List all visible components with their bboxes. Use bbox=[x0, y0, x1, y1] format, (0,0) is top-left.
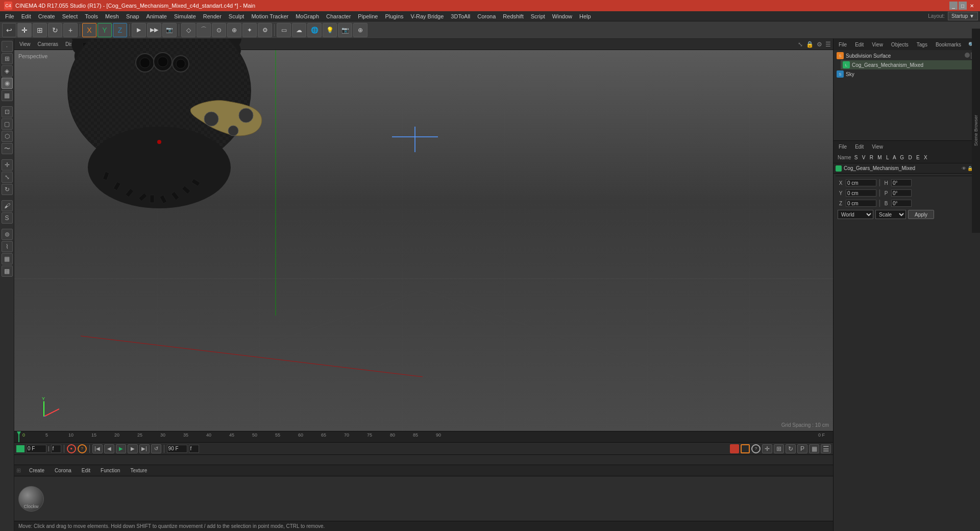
cam-btn[interactable]: 📷 bbox=[338, 23, 352, 37]
record-btn[interactable]: ● bbox=[67, 444, 76, 453]
brush-tool[interactable]: 🖌 bbox=[2, 200, 13, 211]
x-axis-btn[interactable]: X bbox=[82, 23, 96, 37]
pb-extra-4[interactable]: P bbox=[797, 444, 807, 453]
timeline-ruler[interactable]: 0 5 10 15 20 25 30 35 40 45 50 55 60 65 … bbox=[14, 431, 833, 443]
mat-corona-btn[interactable]: Corona bbox=[51, 467, 76, 474]
next-frame-btn[interactable]: ▶ bbox=[128, 444, 138, 453]
menu-mesh[interactable]: Mesh bbox=[102, 12, 122, 20]
undo-button[interactable]: ↩ bbox=[2, 23, 16, 37]
close-button[interactable]: ✕ bbox=[968, 2, 976, 10]
poly-selection[interactable]: ⬡ bbox=[2, 131, 13, 142]
attr-file-tab[interactable]: File bbox=[836, 143, 850, 151]
y-pos-input[interactable] bbox=[846, 189, 876, 197]
viewport-canvas[interactable]: Perspective bbox=[14, 50, 833, 431]
menu-tools[interactable]: Tools bbox=[82, 12, 101, 20]
layout-selector[interactable]: Startup ▼ bbox=[948, 12, 978, 20]
auto-key-btn[interactable]: ? bbox=[78, 444, 87, 453]
menu-plugins[interactable]: Plugins bbox=[382, 12, 406, 20]
current-frame-input[interactable] bbox=[26, 445, 46, 453]
magnet-tool[interactable]: ⊚ bbox=[2, 229, 13, 240]
menu-3dtoall[interactable]: 3DToAll bbox=[448, 12, 473, 20]
menu-redshift[interactable]: Redshift bbox=[500, 12, 526, 20]
move-tool-left[interactable]: ✛ bbox=[2, 159, 13, 171]
nurbs-obj[interactable]: ⊙ bbox=[212, 23, 226, 37]
goto-start-btn[interactable]: |◀ bbox=[92, 444, 103, 453]
obj-row-cog-gears[interactable]: L Cog_Gears_Mechanism_Mixed bbox=[841, 60, 979, 69]
effector-obj[interactable]: ✦ bbox=[242, 23, 257, 37]
x-pos-input[interactable] bbox=[846, 179, 876, 186]
h-rot-input[interactable] bbox=[891, 179, 912, 186]
paint-tool[interactable]: S bbox=[2, 212, 13, 224]
live-selection[interactable]: ⊡ bbox=[2, 106, 13, 117]
polygon-obj[interactable]: ◇ bbox=[181, 23, 195, 37]
grid-tool[interactable]: ▦ bbox=[2, 253, 13, 264]
pb-extra-2[interactable]: ⊞ bbox=[774, 444, 784, 453]
fps-input[interactable] bbox=[189, 445, 199, 453]
z-pos-input[interactable] bbox=[846, 200, 876, 207]
world-dropdown[interactable]: World Object Local bbox=[838, 210, 873, 219]
enviro-btn[interactable]: 🌐 bbox=[307, 23, 322, 37]
p-rot-input[interactable] bbox=[891, 189, 912, 197]
vp-settings-btn[interactable]: ⚙ bbox=[817, 41, 822, 48]
obj-row-subdivision[interactable]: S Subdivision Surface bbox=[835, 51, 979, 60]
rotate-tool[interactable]: ↻ bbox=[48, 23, 62, 37]
maximize-button[interactable]: □ bbox=[959, 2, 967, 10]
pb-mode-2[interactable] bbox=[741, 444, 750, 453]
play-btn[interactable]: ▶ bbox=[116, 444, 126, 453]
target-btn[interactable]: ⊕ bbox=[353, 23, 368, 37]
floor-btn[interactable]: ▭ bbox=[277, 23, 291, 37]
goto-end-btn[interactable]: ▶| bbox=[139, 444, 150, 453]
menu-motion-tracker[interactable]: Motion Tracker bbox=[248, 12, 291, 20]
move-tool[interactable]: ✛ bbox=[17, 23, 32, 37]
generator-obj[interactable]: ⚙ bbox=[258, 23, 272, 37]
mat-texture-btn[interactable]: Texture bbox=[126, 467, 151, 474]
obj-edit-tab[interactable]: Edit bbox=[852, 41, 867, 49]
obj-objects-tab[interactable]: Objects bbox=[888, 41, 912, 49]
polygon-mode[interactable]: ◈ bbox=[2, 65, 13, 77]
render-preview[interactable]: ▶ bbox=[132, 23, 146, 37]
select-tool[interactable]: + bbox=[63, 23, 78, 37]
scale-tool-left[interactable]: ⤡ bbox=[2, 172, 13, 183]
attr-edit-tab[interactable]: Edit bbox=[852, 143, 867, 151]
obj-tags-tab[interactable]: Tags bbox=[914, 41, 930, 49]
texture-mode[interactable]: ▦ bbox=[2, 90, 13, 101]
obj-view-tab[interactable]: View bbox=[869, 41, 886, 49]
render-settings[interactable]: ▶▶ bbox=[147, 23, 161, 37]
vp-menu-btn[interactable]: ☰ bbox=[825, 41, 831, 48]
menu-script[interactable]: Script bbox=[528, 12, 548, 20]
obj-row-sky[interactable]: S Sky bbox=[835, 69, 979, 79]
light-btn[interactable]: 💡 bbox=[323, 23, 337, 37]
pb-extra-3[interactable]: ↻ bbox=[786, 444, 796, 453]
scene-browser-tab[interactable]: Scene Browser bbox=[972, 39, 980, 233]
menu-file[interactable]: File bbox=[2, 12, 17, 20]
deformer-obj[interactable]: ⊕ bbox=[227, 23, 241, 37]
obj-file-tab[interactable]: File bbox=[836, 41, 850, 49]
mat-function-btn[interactable]: Function bbox=[96, 467, 124, 474]
sky-btn[interactable]: ☁ bbox=[292, 23, 306, 37]
menu-sculpt[interactable]: Sculpt bbox=[226, 12, 248, 20]
rotate-tool-left[interactable]: ↻ bbox=[2, 184, 13, 195]
pb-extra-5[interactable]: ▦ bbox=[809, 444, 819, 453]
vp-expand-btn[interactable]: ⤡ bbox=[798, 41, 803, 48]
end-frame-input[interactable] bbox=[167, 445, 187, 453]
loop-btn[interactable]: ↺ bbox=[151, 444, 161, 453]
menu-simulate[interactable]: Simulate bbox=[171, 12, 199, 20]
menu-help[interactable]: Help bbox=[576, 12, 594, 20]
y-axis-btn[interactable]: Y bbox=[97, 23, 112, 37]
window-controls[interactable]: _ □ ✕ bbox=[949, 2, 976, 10]
mat-create-btn[interactable]: Create bbox=[25, 467, 48, 474]
pb-extra-1[interactable]: ✛ bbox=[762, 444, 772, 453]
spline-obj[interactable]: ⌒ bbox=[197, 23, 211, 37]
menu-snap[interactable]: Snap bbox=[123, 12, 142, 20]
apply-button[interactable]: Apply bbox=[908, 210, 934, 219]
menu-render[interactable]: Render bbox=[200, 12, 225, 20]
scale-dropdown[interactable]: Scale Size bbox=[875, 210, 906, 219]
menu-vray[interactable]: V-Ray Bridge bbox=[408, 12, 447, 20]
mat-edit-btn[interactable]: Edit bbox=[78, 467, 94, 474]
z-axis-btn[interactable]: Z bbox=[113, 23, 127, 37]
prev-frame-btn[interactable]: ◀ bbox=[104, 444, 114, 453]
b-rot-input[interactable] bbox=[891, 200, 912, 207]
rect-selection[interactable]: ▢ bbox=[2, 118, 13, 130]
scale-tool[interactable]: ⊞ bbox=[33, 23, 47, 37]
menu-character[interactable]: Character bbox=[323, 12, 354, 20]
